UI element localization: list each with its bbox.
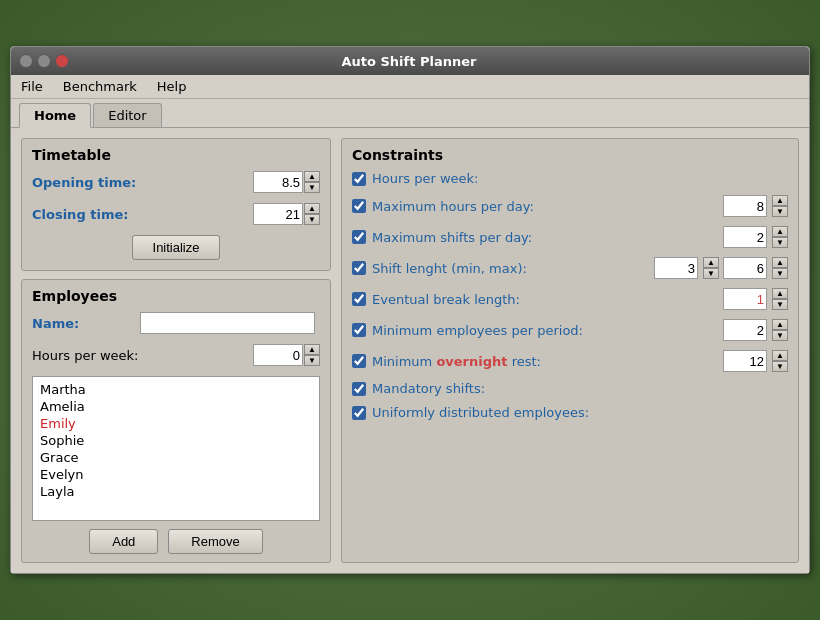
shift-length-max-up[interactable]: ▲ xyxy=(772,257,788,268)
initialize-button[interactable]: Initialize xyxy=(132,235,221,260)
close-button[interactable] xyxy=(55,54,69,68)
closing-time-input[interactable] xyxy=(253,203,303,225)
break-length-down[interactable]: ▼ xyxy=(772,299,788,310)
closing-time-row: Closing time: ▲ ▼ xyxy=(32,203,320,225)
main-content: Timetable Opening time: ▲ ▼ Closing time… xyxy=(11,128,809,573)
closing-time-down[interactable]: ▼ xyxy=(304,214,320,225)
hours-per-week-label: Hours per week: xyxy=(32,348,138,363)
max-shifts-day-up[interactable]: ▲ xyxy=(772,226,788,237)
overnight-rest-value: ▲ ▼ xyxy=(723,350,788,372)
overnight-rest-label: Minimum overnight rest: xyxy=(372,354,541,369)
employee-list[interactable]: Martha Amelia Emily Sophie Grace Evelyn … xyxy=(32,376,320,521)
break-length-input[interactable] xyxy=(723,288,767,310)
main-window: Auto Shift Planner File Benchmark Help H… xyxy=(10,46,810,574)
overnight-rest-up[interactable]: ▲ xyxy=(772,350,788,361)
opening-time-row: Opening time: ▲ ▼ xyxy=(32,171,320,193)
employee-buttons: Add Remove xyxy=(32,529,320,554)
shift-length-checkbox[interactable] xyxy=(352,261,366,275)
name-row: Name: xyxy=(32,312,320,334)
menu-help[interactable]: Help xyxy=(153,77,191,96)
constraints-title: Constraints xyxy=(352,147,788,163)
list-item[interactable]: Sophie xyxy=(37,432,315,449)
overnight-rest-spinners: ▲ ▼ xyxy=(772,350,788,372)
tab-home[interactable]: Home xyxy=(19,103,91,128)
menubar: File Benchmark Help xyxy=(11,75,809,99)
menu-file[interactable]: File xyxy=(17,77,47,96)
shift-length-values: ▲ ▼ ▲ ▼ xyxy=(654,257,788,279)
employees-title: Employees xyxy=(32,288,320,304)
constraint-max-hours-day: Maximum hours per day: ▲ ▼ xyxy=(352,195,788,217)
shift-length-max-down[interactable]: ▼ xyxy=(772,268,788,279)
name-input[interactable] xyxy=(140,312,315,334)
add-button[interactable]: Add xyxy=(89,529,158,554)
opening-time-input[interactable] xyxy=(253,171,303,193)
opening-time-buttons: ▲ ▼ xyxy=(304,171,320,193)
minimize-button[interactable] xyxy=(19,54,33,68)
hours-up[interactable]: ▲ xyxy=(304,344,320,355)
shift-length-max-spinners: ▲ ▼ xyxy=(772,257,788,279)
max-hours-day-down[interactable]: ▼ xyxy=(772,206,788,217)
window-controls xyxy=(19,54,69,68)
opening-time-label: Opening time: xyxy=(32,175,136,190)
titlebar: Auto Shift Planner xyxy=(11,47,809,75)
constraint-hours-per-week: Hours per week: xyxy=(352,171,788,186)
break-length-checkbox[interactable] xyxy=(352,292,366,306)
constraint-break-length: Eventual break length: ▲ ▼ xyxy=(352,288,788,310)
list-item[interactable]: Evelyn xyxy=(37,466,315,483)
shift-length-max-input[interactable] xyxy=(723,257,767,279)
menu-benchmark[interactable]: Benchmark xyxy=(59,77,141,96)
maximize-button[interactable] xyxy=(37,54,51,68)
timetable-title: Timetable xyxy=(32,147,320,163)
hours-per-week-checkbox[interactable] xyxy=(352,172,366,186)
opening-time-down[interactable]: ▼ xyxy=(304,182,320,193)
tab-editor[interactable]: Editor xyxy=(93,103,161,127)
overnight-highlight: overnight xyxy=(436,354,507,369)
opening-time-spinner: ▲ ▼ xyxy=(253,171,320,193)
timetable-section: Timetable Opening time: ▲ ▼ Closing time… xyxy=(21,138,331,271)
remove-button[interactable]: Remove xyxy=(168,529,262,554)
break-length-value: ▲ ▼ xyxy=(723,288,788,310)
min-employees-input[interactable] xyxy=(723,319,767,341)
list-item[interactable]: Layla xyxy=(37,483,315,500)
closing-time-buttons: ▲ ▼ xyxy=(304,203,320,225)
max-shifts-day-value: ▲ ▼ xyxy=(723,226,788,248)
list-item[interactable]: Emily xyxy=(37,415,315,432)
min-employees-checkbox[interactable] xyxy=(352,323,366,337)
overnight-rest-input[interactable] xyxy=(723,350,767,372)
max-shifts-day-input[interactable] xyxy=(723,226,767,248)
uniformly-distributed-checkbox[interactable] xyxy=(352,406,366,420)
overnight-rest-down[interactable]: ▼ xyxy=(772,361,788,372)
break-length-up[interactable]: ▲ xyxy=(772,288,788,299)
uniformly-distributed-label: Uniformly distributed employees: xyxy=(372,405,589,420)
overnight-rest-checkbox[interactable] xyxy=(352,354,366,368)
min-employees-up[interactable]: ▲ xyxy=(772,319,788,330)
hours-down[interactable]: ▼ xyxy=(304,355,320,366)
min-employees-spinners: ▲ ▼ xyxy=(772,319,788,341)
employees-section: Employees Name: Hours per week: ▲ ▼ xyxy=(21,279,331,563)
opening-time-up[interactable]: ▲ xyxy=(304,171,320,182)
mandatory-shifts-checkbox[interactable] xyxy=(352,382,366,396)
max-shifts-day-down[interactable]: ▼ xyxy=(772,237,788,248)
mandatory-shifts-label: Mandatory shifts: xyxy=(372,381,485,396)
shift-length-min-input[interactable] xyxy=(654,257,698,279)
right-panel: Constraints Hours per week: Maximum hour… xyxy=(341,138,799,563)
max-hours-day-input[interactable] xyxy=(723,195,767,217)
max-hours-day-spinners: ▲ ▼ xyxy=(772,195,788,217)
list-item[interactable]: Martha xyxy=(37,381,315,398)
shift-length-min-down[interactable]: ▼ xyxy=(703,268,719,279)
closing-time-label: Closing time: xyxy=(32,207,132,222)
max-hours-day-checkbox[interactable] xyxy=(352,199,366,213)
max-shifts-day-checkbox[interactable] xyxy=(352,230,366,244)
min-employees-label: Minimum employees per period: xyxy=(372,323,583,338)
hours-per-week-input[interactable] xyxy=(253,344,303,366)
shift-length-min-up[interactable]: ▲ xyxy=(703,257,719,268)
shift-length-max-group: ▲ ▼ xyxy=(723,257,788,279)
constraints-section: Constraints Hours per week: Maximum hour… xyxy=(341,138,799,563)
list-item[interactable]: Amelia xyxy=(37,398,315,415)
shift-length-min-group: ▲ ▼ xyxy=(654,257,719,279)
list-item[interactable]: Grace xyxy=(37,449,315,466)
constraint-overnight-rest: Minimum overnight rest: ▲ ▼ xyxy=(352,350,788,372)
min-employees-down[interactable]: ▼ xyxy=(772,330,788,341)
max-hours-day-up[interactable]: ▲ xyxy=(772,195,788,206)
closing-time-up[interactable]: ▲ xyxy=(304,203,320,214)
